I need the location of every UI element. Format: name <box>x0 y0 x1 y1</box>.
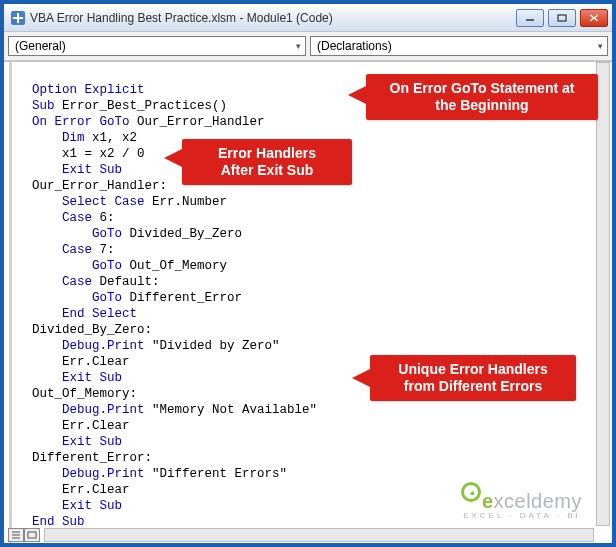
code-text: x1, x2 <box>85 131 138 145</box>
callout-arrow-icon <box>164 149 182 167</box>
procedure-combo[interactable]: (Declarations) ▾ <box>310 36 608 56</box>
code-keyword: End Sub <box>32 515 85 529</box>
watermark-text: xceldemy <box>494 490 582 512</box>
code-editor[interactable]: Option Explicit Sub Error_Best_Practices… <box>9 62 612 544</box>
code-text: "Memory Not Available" <box>145 403 318 417</box>
code-keyword: Debug.Print <box>62 339 145 353</box>
code-keyword: On Error GoTo <box>32 115 130 129</box>
object-combo[interactable]: (General) ▾ <box>8 36 306 56</box>
callout-unique-handlers: Unique Error Handlers from Different Err… <box>370 355 576 401</box>
maximize-button[interactable] <box>548 9 576 27</box>
code-text: 6: <box>92 211 115 225</box>
callout-text: Error Handlers <box>194 145 340 162</box>
code-keyword: Debug.Print <box>62 403 145 417</box>
code-keyword: Case <box>62 275 92 289</box>
full-module-view-button[interactable] <box>24 528 40 542</box>
callout-arrow-icon <box>348 86 366 104</box>
watermark-e: e <box>482 490 494 512</box>
chevron-down-icon: ▾ <box>296 41 301 51</box>
procedure-view-button[interactable] <box>8 528 24 542</box>
watermark: exceldemy EXCEL · DATA · BI <box>462 488 582 520</box>
code-keyword: GoTo <box>92 259 122 273</box>
callout-text: Unique Error Handlers <box>382 361 564 378</box>
watermark-tagline: EXCEL · DATA · BI <box>462 511 582 520</box>
code-text: "Divided by Zero" <box>145 339 280 353</box>
code-keyword: Case <box>62 243 92 257</box>
code-keyword: Debug.Print <box>62 467 145 481</box>
code-area: Option Explicit Sub Error_Best_Practices… <box>4 61 612 544</box>
code-text: Different_Error <box>122 291 242 305</box>
code-text: 7: <box>92 243 115 257</box>
window-title: VBA Error Handling Best Practice.xlsm - … <box>30 11 512 25</box>
code-text: Error_Best_Practices() <box>55 99 228 113</box>
app-icon <box>10 10 26 26</box>
code-line: Different_Error: <box>32 451 152 465</box>
callout-after-exit: Error Handlers After Exit Sub <box>182 139 352 185</box>
titlebar: VBA Error Handling Best Practice.xlsm - … <box>4 4 612 32</box>
svg-rect-2 <box>17 13 19 23</box>
code-line: Err.Clear <box>32 419 130 433</box>
code-keyword: Dim <box>62 131 85 145</box>
code-line: x1 = x2 / 0 <box>32 147 145 161</box>
code-text: Divided_By_Zero <box>122 227 242 241</box>
dropdown-row: (General) ▾ (Declarations) ▾ <box>4 32 612 61</box>
code-keyword: Select Case <box>62 195 145 209</box>
code-keyword: Case <box>62 211 92 225</box>
code-text: Err.Number <box>145 195 228 209</box>
view-switcher <box>8 528 40 542</box>
callout-text: After Exit Sub <box>194 162 340 179</box>
svg-rect-4 <box>558 15 566 21</box>
horizontal-scrollbar[interactable] <box>44 528 594 542</box>
callout-text: from Different Errors <box>382 378 564 395</box>
code-keyword: GoTo <box>92 291 122 305</box>
code-text: Our_Error_Handler <box>130 115 265 129</box>
close-button[interactable] <box>580 9 608 27</box>
code-line: Out_Of_Memory: <box>32 387 137 401</box>
code-line: Our_Error_Handler: <box>32 179 167 193</box>
code-keyword: Exit Sub <box>62 499 122 513</box>
code-keyword: Sub <box>32 99 55 113</box>
code-text: "Different Errors" <box>145 467 288 481</box>
callout-goto-begin: On Error GoTo Statement at the Beginning <box>366 74 598 120</box>
code-text: Default: <box>92 275 160 289</box>
procedure-combo-value: (Declarations) <box>317 39 392 53</box>
code-line: Err.Clear <box>32 355 130 369</box>
callout-text: On Error GoTo Statement at <box>378 80 586 97</box>
code-line: Divided_By_Zero: <box>32 323 152 337</box>
code-keyword: Exit Sub <box>62 435 122 449</box>
chevron-down-icon: ▾ <box>598 41 603 51</box>
callout-text: the Beginning <box>378 97 586 114</box>
minimize-button[interactable] <box>516 9 544 27</box>
code-line: Option Explicit <box>32 83 145 97</box>
svg-rect-10 <box>28 532 36 538</box>
code-text: Out_Of_Memory <box>122 259 227 273</box>
code-keyword: Exit Sub <box>62 163 122 177</box>
code-line: Err.Clear <box>32 483 130 497</box>
code-keyword: Exit Sub <box>62 371 122 385</box>
code-keyword: GoTo <box>92 227 122 241</box>
object-combo-value: (General) <box>15 39 66 53</box>
code-keyword: End Select <box>62 307 137 321</box>
callout-arrow-icon <box>352 369 370 387</box>
